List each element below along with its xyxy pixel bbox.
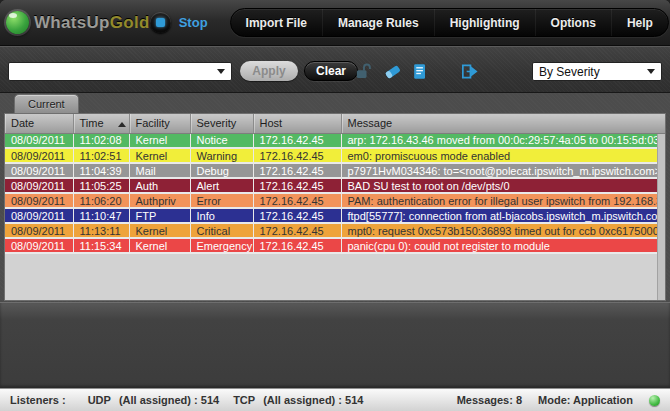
brand-whatsup: WhatsUp bbox=[34, 13, 110, 32]
cell-date: 08/09/2011 bbox=[5, 208, 73, 223]
cell-facility: Kernel bbox=[129, 133, 190, 148]
cell-severity: Critical bbox=[190, 223, 253, 238]
menu-item-options[interactable]: Options bbox=[535, 9, 611, 36]
cell-message: mpt0: request 0xc573b150:36893 timed out… bbox=[341, 223, 665, 238]
tcp-assigned-value: (All assigned) : 514 bbox=[263, 394, 363, 406]
menu-item-manage-rules[interactable]: Manage Rules bbox=[322, 9, 434, 36]
cell-time: 11:06:20 bbox=[73, 193, 129, 208]
cell-time: 11:02:08 bbox=[73, 133, 129, 148]
cell-date: 08/09/2011 bbox=[5, 163, 73, 178]
cell-date: 08/09/2011 bbox=[5, 133, 73, 148]
log-table: Date Time Facility Severity Host Message… bbox=[5, 114, 665, 254]
cell-host: 172.16.42.45 bbox=[253, 238, 341, 253]
column-header-time-label: Time bbox=[80, 117, 104, 129]
log-table-body: 08/09/201111:02:08KernelNotice172.16.42.… bbox=[5, 133, 665, 253]
log-row[interactable]: 08/09/201111:10:47FTPInfo172.16.42.45ftp… bbox=[5, 208, 665, 223]
filter-combobox[interactable] bbox=[8, 62, 232, 81]
log-row[interactable]: 08/09/201111:02:51KernelWarning172.16.42… bbox=[5, 148, 665, 163]
brand-title: WhatsUpGold bbox=[34, 13, 150, 33]
tab-current[interactable]: Current bbox=[14, 94, 79, 113]
stop-label: Stop bbox=[179, 15, 208, 30]
whatsupgold-orb-icon bbox=[6, 11, 29, 34]
cell-time: 11:13:11 bbox=[73, 223, 129, 238]
log-row[interactable]: 08/09/201111:13:11KernelCritical172.16.4… bbox=[5, 223, 665, 238]
cell-host: 172.16.42.45 bbox=[253, 178, 341, 193]
column-header-date[interactable]: Date bbox=[5, 114, 73, 133]
cell-date: 08/09/2011 bbox=[5, 178, 73, 193]
menubar: Import File Manage Rules Highlighting Op… bbox=[230, 8, 669, 37]
log-table-panel: Date Time Facility Severity Host Message… bbox=[4, 113, 666, 301]
lower-pane bbox=[0, 302, 670, 388]
statusbar: Listeners : UDP (All assigned) : 514 TCP… bbox=[0, 388, 670, 411]
export-button[interactable] bbox=[458, 60, 480, 82]
menu-item-highlighting[interactable]: Highlighting bbox=[434, 9, 535, 36]
column-header-time[interactable]: Time bbox=[73, 114, 129, 133]
severity-filter-value: By Severity bbox=[533, 65, 641, 79]
messages-count: Messages: 8 bbox=[457, 394, 522, 406]
cell-date: 08/09/2011 bbox=[5, 238, 73, 253]
cell-time: 11:05:25 bbox=[73, 178, 129, 193]
log-row[interactable]: 08/09/201111:05:25AuthAlert172.16.42.45B… bbox=[5, 178, 665, 193]
cell-severity: Info bbox=[190, 208, 253, 223]
cell-facility: Kernel bbox=[129, 238, 190, 253]
log-row[interactable]: 08/09/201111:06:20AuthprivError172.16.42… bbox=[5, 193, 665, 208]
topbar: WhatsUpGold Stop Import File Manage Rule… bbox=[0, 0, 670, 46]
cell-host: 172.16.42.45 bbox=[253, 193, 341, 208]
unlock-button[interactable] bbox=[352, 60, 374, 82]
cell-message: ftpd[55777]: connection from atl-bjacobs… bbox=[341, 208, 665, 223]
status-indicator-icon bbox=[649, 395, 660, 406]
cell-message: BAD SU test to root on /dev/pts/0 bbox=[341, 178, 665, 193]
cell-facility: Authpriv bbox=[129, 193, 190, 208]
brand-gold: Gold bbox=[110, 13, 150, 32]
cell-date: 08/09/2011 bbox=[5, 223, 73, 238]
tab-row: Current bbox=[4, 93, 666, 113]
cell-message: PAM: authentication error for illegal us… bbox=[341, 193, 665, 208]
export-icon bbox=[459, 62, 480, 81]
cell-severity: Debug bbox=[190, 163, 253, 178]
clear-button[interactable]: Clear bbox=[304, 61, 358, 81]
apply-button[interactable]: Apply bbox=[240, 61, 298, 81]
stop-square-glyph bbox=[156, 18, 165, 27]
document-button[interactable] bbox=[408, 60, 430, 82]
severity-filter-dropdown[interactable]: By Severity bbox=[532, 62, 662, 81]
cell-facility: FTP bbox=[129, 208, 190, 223]
column-header-facility[interactable]: Facility bbox=[129, 114, 190, 133]
cell-host: 172.16.42.45 bbox=[253, 208, 341, 223]
tcp-label: TCP bbox=[233, 394, 255, 406]
table-header-row: Date Time Facility Severity Host Message bbox=[5, 114, 665, 133]
content-area: Current Date Time Facility Severity Host… bbox=[0, 93, 670, 388]
vertical-scrollbar[interactable] bbox=[657, 134, 665, 300]
erase-button[interactable] bbox=[381, 60, 403, 82]
log-row[interactable]: 08/09/201111:02:08KernelNotice172.16.42.… bbox=[5, 133, 665, 148]
cell-facility: Kernel bbox=[129, 148, 190, 163]
cell-host: 172.16.42.45 bbox=[253, 148, 341, 163]
cell-severity: Emergency bbox=[190, 238, 253, 253]
log-row[interactable]: 08/09/201111:15:34KernelEmergency172.16.… bbox=[5, 238, 665, 253]
column-header-message[interactable]: Message bbox=[341, 114, 665, 133]
mode-value: Mode: Application bbox=[538, 394, 633, 406]
menu-item-import-file[interactable]: Import File bbox=[231, 9, 322, 36]
cell-time: 11:04:39 bbox=[73, 163, 129, 178]
cell-facility: Auth bbox=[129, 178, 190, 193]
column-header-host[interactable]: Host bbox=[253, 114, 341, 133]
cell-message: arp: 172.16.43.46 moved from 00:0c:29:57… bbox=[341, 133, 665, 148]
cell-severity: Warning bbox=[190, 148, 253, 163]
menu-item-help[interactable]: Help bbox=[611, 9, 668, 36]
cell-time: 11:02:51 bbox=[73, 148, 129, 163]
sort-ascending-icon bbox=[118, 122, 126, 127]
unlock-icon bbox=[354, 62, 373, 81]
column-header-severity[interactable]: Severity bbox=[190, 114, 253, 133]
udp-label: UDP bbox=[88, 394, 111, 406]
cell-severity: Notice bbox=[190, 133, 253, 148]
log-row[interactable]: 08/09/201111:04:39MailDebug172.16.42.45p… bbox=[5, 163, 665, 178]
cell-severity: Alert bbox=[190, 178, 253, 193]
cell-host: 172.16.42.45 bbox=[253, 223, 341, 238]
eraser-icon bbox=[383, 62, 402, 81]
chevron-down-icon bbox=[217, 69, 225, 74]
document-icon bbox=[410, 62, 429, 81]
cell-facility: Mail bbox=[129, 163, 190, 178]
cell-facility: Kernel bbox=[129, 223, 190, 238]
stop-button[interactable]: Stop bbox=[150, 12, 208, 33]
syslog-window: WhatsUpGold Stop Import File Manage Rule… bbox=[0, 0, 670, 411]
toolbar: Apply Clear bbox=[0, 46, 670, 93]
